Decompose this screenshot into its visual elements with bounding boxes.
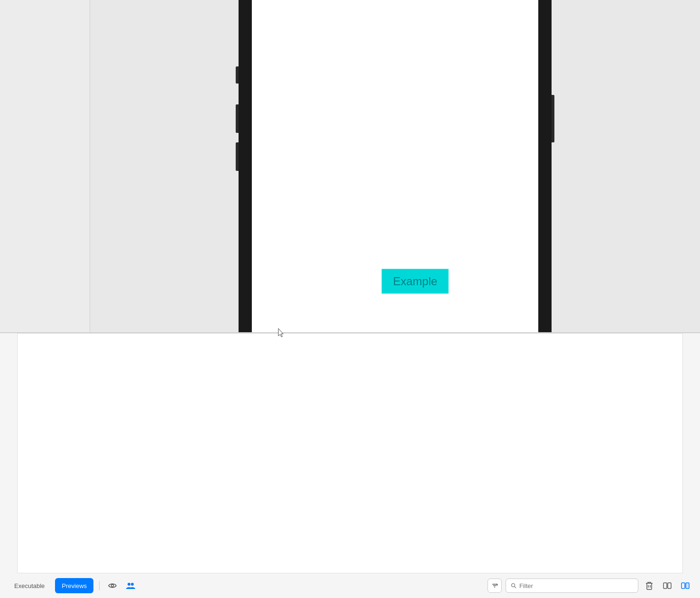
svg-rect-38 bbox=[686, 583, 689, 589]
executable-tab[interactable]: Executable bbox=[8, 578, 51, 593]
previews-tab[interactable]: Previews bbox=[55, 578, 93, 593]
svg-rect-35 bbox=[663, 583, 667, 589]
bottom-panel-toolbar: Executable Previews bbox=[0, 573, 700, 598]
executable-tab-label: Executable bbox=[14, 582, 45, 589]
filter-input-container bbox=[506, 579, 638, 593]
svg-rect-36 bbox=[668, 583, 671, 589]
svg-rect-37 bbox=[682, 583, 685, 589]
preview-area: Example bbox=[0, 0, 700, 598]
bottom-panel: Executable Previews bbox=[0, 332, 700, 598]
people-button[interactable] bbox=[123, 579, 138, 593]
bottom-toolbar-right bbox=[488, 579, 692, 593]
layout-stack-button[interactable] bbox=[678, 579, 692, 593]
filter-input[interactable] bbox=[519, 582, 633, 589]
svg-point-26 bbox=[128, 583, 130, 586]
example-element: Example bbox=[382, 269, 449, 294]
svg-point-31 bbox=[512, 584, 515, 587]
example-label: Example bbox=[393, 275, 437, 288]
svg-point-25 bbox=[111, 585, 114, 587]
bottom-panel-content bbox=[17, 333, 683, 573]
svg-line-32 bbox=[515, 587, 516, 588]
search-icon bbox=[511, 583, 516, 589]
trash-button[interactable] bbox=[642, 579, 656, 593]
layout-split-button[interactable] bbox=[660, 579, 674, 593]
svg-point-27 bbox=[131, 583, 134, 586]
eye-button[interactable] bbox=[105, 579, 120, 593]
previews-tab-label: Previews bbox=[62, 582, 87, 589]
filter-options-button[interactable] bbox=[488, 579, 502, 593]
phone-power-button bbox=[552, 95, 554, 142]
tab-divider bbox=[99, 581, 100, 590]
